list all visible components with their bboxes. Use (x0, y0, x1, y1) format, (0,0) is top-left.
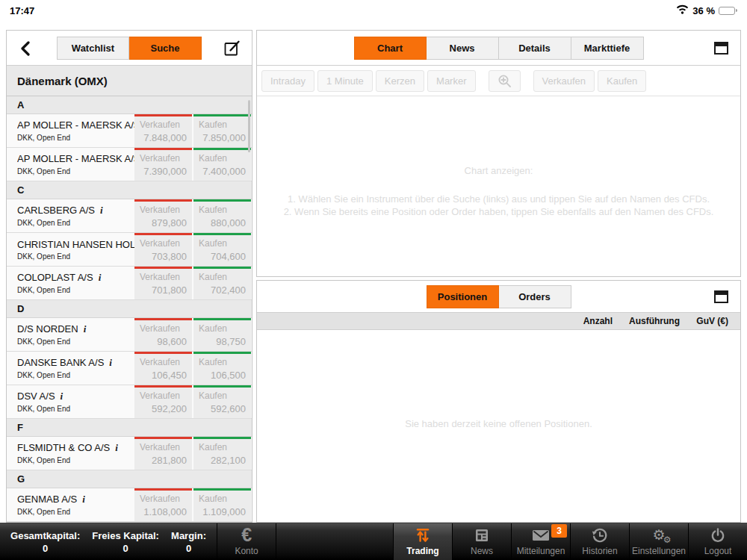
sell-button[interactable]: Verkaufen 281,800 (134, 437, 192, 470)
buy-button-label: Kaufen (193, 202, 251, 215)
sell-button[interactable]: Verkaufen 98,600 (134, 318, 192, 351)
instrument-subtitle: DKK, Open End (17, 134, 134, 142)
buy-button[interactable]: Kaufen 7.850,000 (193, 114, 251, 147)
nav-item-historien[interactable]: Historien (570, 523, 629, 560)
sell-price: 106,450 (152, 370, 187, 381)
tab-watchlist[interactable]: Watchlist (57, 37, 129, 60)
nav-item-label: Historien (582, 546, 617, 556)
instrument-name-cell[interactable]: DSV A/Si DKK, Open End (7, 385, 134, 418)
instrument-row: AP MOLLER - MAERSK A/Si DKK, Open End Ve… (7, 114, 252, 148)
instrument-name-cell[interactable]: D/S NORDENi DKK, Open End (7, 318, 134, 351)
back-icon[interactable] (21, 41, 30, 59)
bottom-bar-spacer (276, 523, 393, 560)
instrument-name-cell[interactable]: GENMAB A/Si DKK, Open End (7, 488, 134, 521)
chart-placeholder-instructions: 1. Wählen Sie ein Instrument über die Su… (257, 193, 740, 218)
tab-suche[interactable]: Suche (129, 37, 202, 60)
nav-item-label: Konto (235, 546, 258, 556)
scrollbar-thumb[interactable] (248, 100, 250, 152)
sell-button-label: Verkaufen (134, 320, 192, 334)
instrument-name-cell[interactable]: DANSKE BANK A/Si DKK, Open End (7, 352, 134, 385)
instrument-subtitle: DKK, Open End (17, 167, 134, 175)
tab-positionen[interactable]: Positionen (427, 285, 499, 308)
instrument-name[interactable]: GENMAB A/S (17, 494, 77, 505)
buy-button[interactable]: Kaufen 880,000 (193, 199, 251, 232)
sell-button-label: Verkaufen (134, 354, 192, 367)
instrument-name[interactable]: AP MOLLER - MAERSK A/S - A (17, 153, 134, 164)
instrument-name[interactable]: COLOPLAST A/S (17, 272, 93, 283)
sell-button[interactable]: Verkaufen 106,450 (134, 352, 192, 385)
instrument-name[interactable]: DANSKE BANK A/S (17, 357, 104, 368)
chart-tabs-segment: ChartNewsDetailsMarkttiefe (354, 37, 644, 60)
sell-button[interactable]: Verkaufen 701,800 (134, 267, 192, 299)
history-icon (591, 525, 609, 545)
info-icon[interactable]: i (99, 272, 102, 283)
left-panel-header: WatchlistSuche (7, 31, 252, 66)
info-icon[interactable]: i (115, 442, 118, 453)
info-icon[interactable]: i (100, 205, 103, 216)
instrument-subtitle: DKK, Open End (17, 508, 134, 516)
nav-item-einstellungen[interactable]: ⚙⚙ Einstellungen (629, 523, 688, 560)
buy-button[interactable]: Kaufen 704,600 (193, 233, 251, 266)
nav-item-trading[interactable]: Trading (393, 523, 452, 560)
info-icon[interactable]: i (84, 323, 87, 335)
instrument-search-panel: WatchlistSuche Dänemark (OMX) A AP MOLLE… (6, 30, 252, 523)
toolbar-button-intraday[interactable]: Intraday (261, 70, 314, 92)
toolbar-button-marker[interactable]: Marker (427, 70, 475, 92)
buy-button[interactable]: Kaufen 106,500 (193, 352, 251, 385)
instrument-name-cell[interactable]: AP MOLLER - MAERSK A/Si DKK, Open End (7, 114, 134, 147)
toolbar-button-kaufen[interactable]: Kaufen (598, 70, 646, 92)
chart-placeholder-line: 1. Wählen Sie ein Instrument über die Su… (257, 193, 740, 205)
tab-markttiefe[interactable]: Markttiefe (571, 37, 644, 60)
instrument-name[interactable]: AP MOLLER - MAERSK A/S (17, 119, 134, 131)
region-header: Dänemark (OMX) (7, 66, 252, 96)
instrument-row: AP MOLLER - MAERSK A/S - Ai DKK, Open En… (7, 148, 252, 181)
info-icon[interactable]: i (109, 357, 112, 368)
nav-item-news[interactable]: News (452, 523, 511, 560)
buy-button[interactable]: Kaufen 592,600 (193, 385, 251, 418)
instrument-name[interactable]: DSV A/S (17, 391, 55, 402)
instrument-name[interactable]: D/S NORDEN (17, 323, 78, 335)
instrument-row: FLSMIDTH & CO A/Si DKK, Open End Verkauf… (7, 437, 252, 470)
instrument-name[interactable]: CARLSBERG A/S (17, 205, 95, 216)
sell-button[interactable]: Verkaufen 879,800 (134, 199, 192, 232)
expand-window-icon[interactable] (714, 290, 728, 303)
zoom-in-icon[interactable] (489, 70, 521, 92)
sell-button[interactable]: Verkaufen 7.390,000 (134, 148, 192, 181)
instrument-name-cell[interactable]: CARLSBERG A/Si DKK, Open End (7, 199, 134, 232)
tab-news[interactable]: News (427, 37, 499, 60)
tab-details[interactable]: Details (499, 37, 571, 60)
buy-button[interactable]: Kaufen 98,750 (193, 318, 251, 351)
instrument-name-cell[interactable]: COLOPLAST A/Si DKK, Open End (7, 267, 134, 299)
compose-icon[interactable] (223, 40, 241, 60)
chart-panel-header: ChartNewsDetailsMarkttiefe (257, 31, 740, 66)
toolbar-button-1-minute[interactable]: 1 Minute (317, 70, 373, 92)
instrument-name[interactable]: FLSMIDTH & CO A/S (17, 442, 110, 453)
buy-button[interactable]: Kaufen 282,100 (193, 437, 251, 470)
buy-button[interactable]: Kaufen 702,400 (193, 267, 251, 299)
positions-orders-segment: PositionenOrders (427, 285, 571, 308)
instrument-name[interactable]: CHRISTIAN HANSEN HOLDING... (17, 239, 134, 250)
sell-button[interactable]: Verkaufen 1.108,000 (134, 488, 192, 521)
info-icon[interactable]: i (82, 494, 85, 505)
instrument-name-cell[interactable]: CHRISTIAN HANSEN HOLDING... DKK, Open En… (7, 233, 134, 266)
nav-item-konto[interactable]: € Konto (217, 523, 276, 560)
buy-price: 7.400,000 (202, 166, 246, 177)
sell-button[interactable]: Verkaufen 703,800 (134, 233, 192, 266)
expand-window-icon[interactable] (714, 42, 728, 55)
info-icon[interactable]: i (61, 391, 63, 402)
tab-orders[interactable]: Orders (499, 285, 571, 308)
tab-chart[interactable]: Chart (354, 37, 427, 60)
sell-button[interactable]: Verkaufen 7.848,000 (134, 114, 192, 147)
buy-button[interactable]: Kaufen 1.109,000 (193, 488, 251, 521)
instrument-name-cell[interactable]: AP MOLLER - MAERSK A/S - Ai DKK, Open En… (7, 148, 134, 181)
buy-button[interactable]: Kaufen 7.400,000 (193, 148, 251, 181)
column-header-ausführung: Ausführung (613, 316, 680, 326)
nav-item-logout[interactable]: Logout (688, 523, 747, 560)
sell-button[interactable]: Verkaufen 592,200 (134, 385, 192, 418)
toolbar-button-verkaufen[interactable]: Verkaufen (533, 70, 595, 92)
toolbar-button-kerzen[interactable]: Kerzen (376, 70, 424, 92)
mail-icon (531, 525, 551, 545)
instrument-name-cell[interactable]: FLSMIDTH & CO A/Si DKK, Open End (7, 437, 134, 470)
nav-item-mitteilungen[interactable]: Mitteilungen3 (511, 523, 570, 560)
buy-price: 1.109,000 (202, 506, 246, 517)
